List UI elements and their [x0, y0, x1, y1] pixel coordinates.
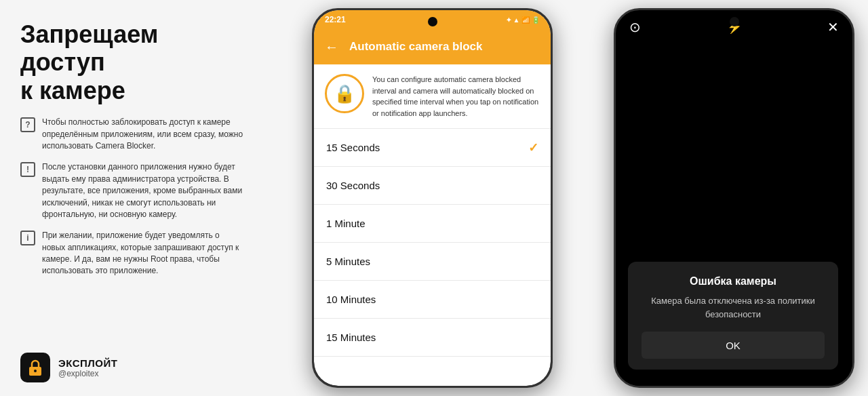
brand-row: ЭКСПЛОЙТ @exploitex	[20, 353, 244, 382]
list-item-1[interactable]: 30 Seconds	[314, 167, 551, 205]
phone1-notch	[428, 17, 437, 26]
close-icon[interactable]: ✕	[827, 19, 839, 35]
check-icon-0: ✓	[528, 140, 538, 155]
phone2-screen: ⊙ ⚡ ✕ Ошибка камеры Камера была отключен…	[616, 10, 852, 386]
info-item-1: ? Чтобы полностью заблокировать доступ к…	[20, 117, 244, 152]
phone2-notch	[730, 17, 739, 26]
list-item-0[interactable]: 15 Seconds ✓	[314, 129, 551, 167]
dialog-overlay: Ошибка камеры Камера была отключена из-з…	[616, 262, 852, 386]
list-label-4: 10 Minutes	[326, 294, 376, 305]
phone1: 22:21 ✦ ▲ 📶 🔋 ← Automatic camera block 🔒…	[312, 8, 553, 388]
info-list: ? Чтобы полностью заблокировать доступ к…	[20, 117, 244, 277]
app-bar: ← Automatic camera block	[314, 29, 551, 64]
list-item-2[interactable]: 1 Minute	[314, 205, 551, 243]
brand-text: ЭКСПЛОЙТ @exploitex	[58, 357, 117, 378]
dialog-title: Ошибка камеры	[690, 275, 776, 288]
brand-name: ЭКСПЛОЙТ	[58, 357, 117, 369]
status-time: 22:21	[325, 15, 346, 24]
time-list: 15 Seconds ✓ 30 Seconds 1 Minute 5 Minut…	[314, 129, 551, 357]
list-item-4[interactable]: 10 Minutes	[314, 281, 551, 319]
list-label-1: 30 Seconds	[326, 180, 380, 191]
info-text-3: При желании, приложение будет уведомлять…	[42, 230, 244, 277]
lock-brand-icon	[26, 358, 45, 377]
phone2: ⊙ ⚡ ✕ Ошибка камеры Камера была отключен…	[614, 8, 854, 388]
phone1-screen: 22:21 ✦ ▲ 📶 🔋 ← Automatic camera block 🔒…	[314, 10, 551, 386]
lock-icon-wrap: 🔒	[325, 74, 364, 113]
info-item-2: ! После установки данного приложения нуж…	[20, 161, 244, 220]
brand-logo	[20, 353, 50, 382]
phone1-wrapper: 22:21 ✦ ▲ 📶 🔋 ← Automatic camera block 🔒…	[264, 0, 600, 396]
exclamation-icon: !	[20, 162, 35, 177]
list-label-0: 15 Seconds	[326, 142, 380, 153]
dialog-box: Ошибка камеры Камера была отключена из-з…	[628, 262, 838, 370]
list-label-3: 5 Minutes	[326, 256, 370, 267]
list-item-5[interactable]: 15 Minutes	[314, 319, 551, 357]
app-bar-title: Automatic camera block	[349, 40, 483, 54]
camera-top-bar: ⊙ ⚡ ✕	[616, 10, 852, 44]
info-card: 🔒 You can configure automatic camera blo…	[314, 64, 551, 129]
question-icon: ?	[20, 117, 35, 132]
camera-viewfinder: Ошибка камеры Камера была отключена из-з…	[616, 44, 852, 386]
list-label-5: 15 Minutes	[326, 332, 376, 343]
dialog-message: Камера была отключена из-за политики без…	[642, 294, 825, 321]
info-text-1: Чтобы полностью заблокировать доступ к к…	[42, 117, 244, 152]
svg-point-1	[34, 370, 37, 372]
dialog-ok-button[interactable]: OK	[642, 332, 825, 359]
brand-handle: @exploitex	[58, 369, 117, 378]
settings-icon[interactable]: ⊙	[629, 19, 641, 35]
phone2-wrapper: ⊙ ⚡ ✕ Ошибка камеры Камера была отключен…	[600, 0, 868, 396]
info-card-text: You can configure automatic camera block…	[372, 74, 540, 119]
status-icons: ✦ ▲ 📶 🔋	[506, 16, 540, 24]
list-label-2: 1 Minute	[326, 218, 366, 229]
info-text-2: После установки данного приложения нужно…	[42, 161, 244, 220]
lock-icon: 🔒	[334, 83, 355, 104]
info-icon: i	[20, 231, 35, 245]
info-item-3: i При желании, приложение будет уведомля…	[20, 230, 244, 277]
list-item-3[interactable]: 5 Minutes	[314, 243, 551, 281]
left-panel: Запрещаем доступ к камере ? Чтобы полнос…	[0, 0, 264, 396]
back-button[interactable]: ←	[325, 39, 338, 55]
main-title: Запрещаем доступ к камере	[20, 20, 244, 104]
